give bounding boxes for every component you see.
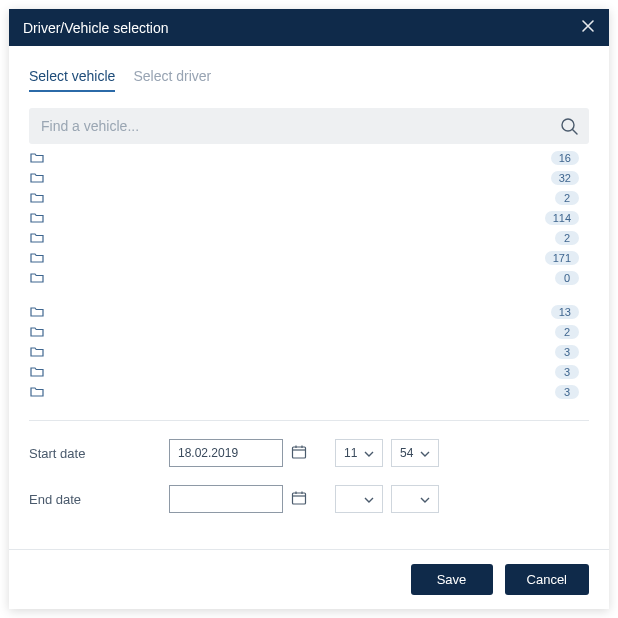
vehicle-list[interactable]: 1632211421710132333 [29,148,589,408]
end-hour-select[interactable] [335,485,383,513]
folder-icon [29,190,45,206]
count-badge: 2 [555,191,579,205]
save-button[interactable]: Save [411,564,493,595]
list-item[interactable]: 2 [29,322,585,342]
calendar-icon[interactable] [291,490,307,509]
start-minute-value: 54 [400,446,413,460]
count-badge: 171 [545,251,579,265]
folder-icon [29,324,45,340]
count-badge: 3 [555,365,579,379]
list-item[interactable]: 114 [29,208,585,228]
tab-select-vehicle[interactable]: Select vehicle [29,62,115,92]
list-item[interactable]: 3 [29,342,585,362]
list-item[interactable]: 16 [29,148,585,168]
tab-select-driver[interactable]: Select driver [133,62,211,92]
count-badge: 114 [545,211,579,225]
folder-icon [29,344,45,360]
start-hour-select[interactable]: 11 [335,439,383,467]
start-hour-value: 11 [344,446,357,460]
tabs: Select vehicle Select driver [29,62,589,92]
list-item[interactable]: 3 [29,382,585,402]
close-icon[interactable] [581,19,595,36]
svg-rect-2 [293,447,306,458]
start-minute-select[interactable]: 54 [391,439,439,467]
end-date-row: End date [29,485,589,513]
count-badge: 2 [555,231,579,245]
chevron-down-icon [420,446,430,460]
svg-line-1 [573,130,578,135]
list-item[interactable]: 32 [29,168,585,188]
list-item[interactable]: 2 [29,188,585,208]
list-item[interactable]: 2 [29,228,585,248]
start-date-input[interactable] [169,439,283,467]
search-icon[interactable] [559,116,579,136]
count-badge: 3 [555,345,579,359]
folder-icon [29,304,45,320]
search-input[interactable] [41,118,559,134]
folder-icon [29,230,45,246]
end-date-input[interactable] [169,485,283,513]
count-badge: 13 [551,305,579,319]
list-item[interactable]: 171 [29,248,585,268]
divider [29,420,589,421]
folder-icon [29,170,45,186]
dialog-footer: Save Cancel [9,549,609,609]
end-minute-select[interactable] [391,485,439,513]
start-date-row: Start date 11 54 [29,439,589,467]
count-badge: 16 [551,151,579,165]
folder-icon [29,250,45,266]
folder-icon [29,210,45,226]
search-bar [29,108,589,144]
dialog-title: Driver/Vehicle selection [23,20,169,36]
start-date-label: Start date [29,446,169,461]
folder-icon [29,384,45,400]
cancel-button[interactable]: Cancel [505,564,589,595]
end-date-label: End date [29,492,169,507]
count-badge: 32 [551,171,579,185]
count-badge: 3 [555,385,579,399]
list-item[interactable]: 3 [29,362,585,382]
list-item[interactable]: 0 [29,268,585,288]
calendar-icon[interactable] [291,444,307,463]
svg-rect-6 [293,493,306,504]
chevron-down-icon [364,492,374,506]
chevron-down-icon [420,492,430,506]
dialog-content: Select vehicle Select driver 16322114217… [9,46,609,549]
chevron-down-icon [364,446,374,460]
list-item[interactable]: 13 [29,302,585,322]
dialog: Driver/Vehicle selection Select vehicle … [9,9,609,609]
titlebar: Driver/Vehicle selection [9,9,609,46]
folder-icon [29,150,45,166]
count-badge: 0 [555,271,579,285]
count-badge: 2 [555,325,579,339]
folder-icon [29,364,45,380]
vehicle-list-container: 1632211421710132333 [29,148,589,408]
folder-icon [29,270,45,286]
